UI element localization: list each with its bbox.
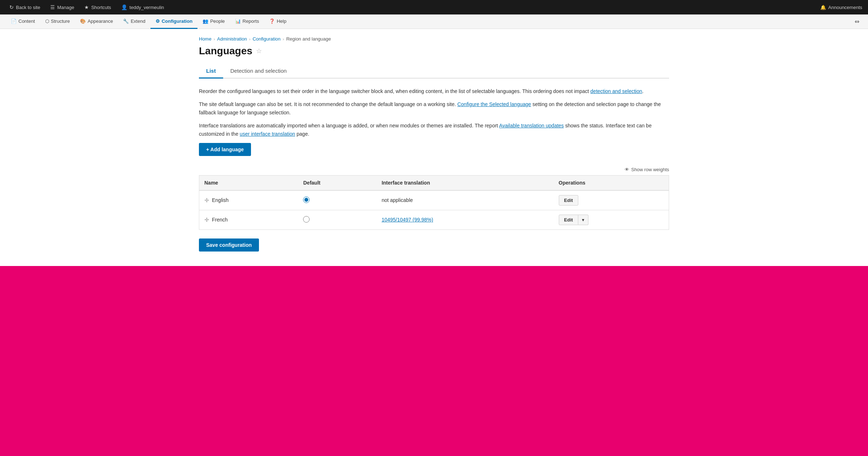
breadcrumb-configuration[interactable]: Configuration xyxy=(252,36,280,42)
english-edit-button[interactable]: Edit xyxy=(559,195,579,206)
english-drag-handle[interactable]: ✛ xyxy=(204,197,209,204)
info-paragraph-2: The site default language can also be se… xyxy=(199,100,669,117)
nav-people[interactable]: 👥 People xyxy=(197,14,230,29)
col-interface-translation: Interface translation xyxy=(376,175,553,190)
french-label: French xyxy=(212,217,228,223)
nav-configuration[interactable]: ⚙ Configuration xyxy=(150,14,197,29)
col-name: Name xyxy=(199,175,298,190)
breadcrumb-sep-2: › xyxy=(249,37,251,41)
table-row: ✛ French 10495/10497 (99.98%) Edit ▾ xyxy=(199,210,669,229)
toolbar-left: ↻ Back to site ☰ Manage ★ Shortcuts 👤 te… xyxy=(6,3,168,12)
nav-appearance[interactable]: 🎨 Appearance xyxy=(75,14,118,29)
people-icon: 👥 xyxy=(203,18,208,24)
breadcrumb-sep-1: › xyxy=(214,37,215,41)
french-name-cell: ✛ French xyxy=(199,210,298,229)
content-icon: 📄 xyxy=(11,18,17,24)
nav-extend[interactable]: 🔧 Extend xyxy=(118,14,150,29)
info-paragraph-3: Interface translations are automatically… xyxy=(199,122,669,138)
breadcrumb-administration[interactable]: Administration xyxy=(217,36,247,42)
breadcrumb-sep-3: › xyxy=(283,37,284,41)
user-link[interactable]: 👤 teddy_vermeulin xyxy=(118,3,167,12)
secondary-nav: 📄 Content ⬡ Structure 🎨 Appearance 🔧 Ext… xyxy=(0,14,868,29)
nav-structure[interactable]: ⬡ Structure xyxy=(40,14,75,29)
breadcrumb: Home › Administration › Configuration › … xyxy=(199,36,669,42)
french-edit-group: Edit ▾ xyxy=(559,215,589,225)
user-label: teddy_vermeulin xyxy=(129,5,164,10)
french-edit-button[interactable]: Edit xyxy=(559,215,579,225)
nav-content-label: Content xyxy=(18,18,35,24)
english-translation-text: not applicable xyxy=(382,197,413,203)
english-default-radio[interactable] xyxy=(303,197,310,203)
add-language-button[interactable]: + Add language xyxy=(199,143,251,156)
english-name-wrapper: ✛ English xyxy=(204,197,293,204)
nav-people-label: People xyxy=(210,18,225,24)
available-translation-updates-link[interactable]: Available translation updates xyxy=(499,123,564,128)
tab-list[interactable]: List xyxy=(199,64,223,79)
eye-icon: 👁 xyxy=(625,167,629,172)
french-default-cell xyxy=(298,210,376,229)
english-operations-cell: Edit xyxy=(554,190,669,210)
manage-icon: ☰ xyxy=(50,4,55,10)
french-name-wrapper: ✛ French xyxy=(204,216,293,223)
french-translation-link[interactable]: 10495/10497 (99.98%) xyxy=(382,217,433,223)
back-icon: ↻ xyxy=(9,4,14,10)
nav-structure-label: Structure xyxy=(51,18,70,24)
nav-reports-label: Reports xyxy=(243,18,259,24)
config-icon: ⚙ xyxy=(156,18,160,24)
english-default-cell xyxy=(298,190,376,210)
tabs: List Detection and selection xyxy=(199,64,669,79)
bell-icon: 🔔 xyxy=(820,5,826,10)
tab-detection[interactable]: Detection and selection xyxy=(223,64,294,79)
col-default: Default xyxy=(298,175,376,190)
languages-table: Name Default Interface translation Opera… xyxy=(199,175,669,230)
secondary-nav-right: ⇔ xyxy=(852,17,862,26)
french-translation-cell: 10495/10497 (99.98%) xyxy=(376,210,553,229)
show-row-weights-label: Show row weights xyxy=(631,167,669,172)
nav-help[interactable]: ❓ Help xyxy=(264,14,292,29)
table-header-row: Name Default Interface translation Opera… xyxy=(199,175,669,190)
breadcrumb-home[interactable]: Home xyxy=(199,36,212,42)
show-row-weights-link[interactable]: 👁 Show row weights xyxy=(625,167,669,172)
detection-selection-link-1[interactable]: detection and selection xyxy=(590,88,642,94)
page-title-area: Languages ☆ xyxy=(199,45,669,57)
configure-selected-language-link[interactable]: Configure the Selected language xyxy=(457,101,531,107)
main-wrapper: Home › Administration › Configuration › … xyxy=(0,29,868,266)
structure-icon: ⬡ xyxy=(45,18,49,24)
table-body: ✛ English not applicable Edit xyxy=(199,190,669,230)
french-drag-handle[interactable]: ✛ xyxy=(204,216,209,223)
bookmark-icon[interactable]: ☆ xyxy=(256,47,262,55)
nav-help-label: Help xyxy=(277,18,286,24)
extend-icon: 🔧 xyxy=(123,18,129,24)
english-name-cell: ✛ English xyxy=(199,190,298,210)
help-icon: ❓ xyxy=(269,18,275,24)
back-to-site-link[interactable]: ↻ Back to site xyxy=(6,3,44,12)
english-translation-cell: not applicable xyxy=(376,190,553,210)
english-label: English xyxy=(212,197,229,203)
admin-toolbar: ↻ Back to site ☰ Manage ★ Shortcuts 👤 te… xyxy=(0,0,868,14)
appearance-icon: 🎨 xyxy=(80,18,86,24)
shortcuts-label: Shortcuts xyxy=(91,5,111,10)
manage-link[interactable]: ☰ Manage xyxy=(47,3,78,12)
content-area: Home › Administration › Configuration › … xyxy=(188,29,680,266)
star-icon: ★ xyxy=(84,4,89,10)
col-operations: Operations xyxy=(554,175,669,190)
info-paragraph-1: Reorder the configured languages to set … xyxy=(199,87,669,95)
nav-appearance-label: Appearance xyxy=(88,18,113,24)
sidebar-toggle-button[interactable]: ⇔ xyxy=(852,17,862,26)
back-to-site-label: Back to site xyxy=(16,5,40,10)
nav-content[interactable]: 📄 Content xyxy=(6,14,40,29)
french-default-radio[interactable] xyxy=(303,216,310,223)
nav-extend-label: Extend xyxy=(131,18,145,24)
shortcuts-link[interactable]: ★ Shortcuts xyxy=(81,3,115,12)
table-controls: 👁 Show row weights xyxy=(199,167,669,172)
announcements-label: Announcements xyxy=(828,5,862,10)
nav-reports[interactable]: 📊 Reports xyxy=(230,14,264,29)
user-icon: 👤 xyxy=(121,4,127,10)
breadcrumb-current: Region and language xyxy=(286,36,331,42)
table-row: ✛ English not applicable Edit xyxy=(199,190,669,210)
reports-icon: 📊 xyxy=(235,18,241,24)
user-interface-translation-link[interactable]: user interface translation xyxy=(240,131,295,137)
nav-configuration-label: Configuration xyxy=(162,18,192,24)
french-dropdown-button[interactable]: ▾ xyxy=(578,215,588,225)
save-configuration-button[interactable]: Save configuration xyxy=(199,238,259,252)
